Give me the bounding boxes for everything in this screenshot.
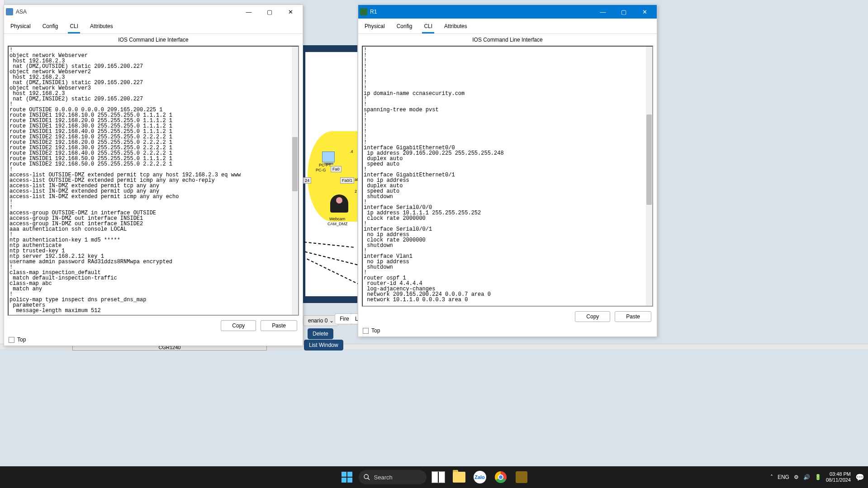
notifications-icon[interactable]: 💬 xyxy=(855,473,864,482)
chevron-down-icon: ⌄ xyxy=(329,317,334,324)
tab-attributes[interactable]: Attributes xyxy=(442,21,469,33)
r1-button-row: Copy Paste xyxy=(358,308,657,325)
language-indicator[interactable]: ENG xyxy=(778,474,789,480)
r1-title: R1 xyxy=(370,9,377,15)
book-icon xyxy=(432,471,445,483)
delete-button[interactable]: Delete xyxy=(308,328,333,339)
r1-cli-box[interactable]: ! ! ! ! ! ! ! ! ip domain-name ccnasecur… xyxy=(362,46,653,307)
asa-footer: Top xyxy=(4,334,303,346)
clock[interactable]: 03:48 PM 08/11/2024 xyxy=(826,471,851,483)
volume-icon[interactable]: 🔊 xyxy=(803,474,810,480)
label-webcam: Webcam xyxy=(329,217,345,221)
scenario-label: enario 0 xyxy=(308,317,327,324)
asa-title: ASA xyxy=(16,9,27,15)
label-pc-pt: PC-PT xyxy=(319,163,331,167)
label-2: 2 xyxy=(355,189,357,194)
zalo-icon: Zalo xyxy=(474,471,486,483)
maximize-button[interactable]: ▢ xyxy=(613,5,634,19)
taskbar-right: ˄ ENG ⚙ 🔊 🔋 03:48 PM 08/11/2024 💬 xyxy=(770,471,864,483)
close-button[interactable]: ✕ xyxy=(280,5,301,19)
folder-icon xyxy=(453,472,465,483)
svg-line-1 xyxy=(368,478,370,480)
taskbar-explorer[interactable] xyxy=(450,468,468,486)
r1-window: R1 — ▢ ✕ Physical Config CLI Attributes … xyxy=(358,5,657,337)
copy-button[interactable]: Copy xyxy=(221,320,256,331)
tab-physical[interactable]: Physical xyxy=(9,21,33,33)
scenario-dropdown[interactable]: enario 0 ⌄ xyxy=(303,315,339,326)
label-24: 24 xyxy=(303,177,311,184)
taskbar-packettracer[interactable] xyxy=(512,468,531,486)
r1-subtitle: IOS Command Line Interface xyxy=(358,34,657,46)
taskbar: Search Zalo ˄ ENG ⚙ 🔊 🔋 03:48 PM 08/11/2… xyxy=(0,466,868,488)
r1-titlebar[interactable]: R1 — ▢ ✕ xyxy=(358,5,657,19)
taskbar-chrome[interactable] xyxy=(492,468,510,486)
app-icon xyxy=(6,8,13,15)
asa-titlebar[interactable]: ASA — ▢ ✕ xyxy=(4,5,303,19)
tab-cli[interactable]: CLI xyxy=(68,21,80,33)
r1-tabs: Physical Config CLI Attributes xyxy=(358,19,657,34)
label-cam-dmz: CAM_DMZ xyxy=(327,222,348,226)
tray-chevron-icon[interactable]: ˄ xyxy=(770,474,773,480)
asa-scrollbar[interactable] xyxy=(292,47,298,315)
time: 03:48 PM xyxy=(826,471,851,477)
label-dot4: .4 xyxy=(350,149,353,154)
minimize-button[interactable]: — xyxy=(593,5,613,19)
taskbar-center: Search Zalo xyxy=(338,468,531,486)
top-checkbox[interactable] xyxy=(363,328,369,334)
copy-button[interactable]: Copy xyxy=(575,311,610,322)
asa-scroll-thumb[interactable] xyxy=(292,137,298,191)
search-box[interactable]: Search xyxy=(359,470,427,484)
label-fa01: Fa0/1 xyxy=(340,177,354,184)
tab-config[interactable]: Config xyxy=(395,21,414,33)
packettracer-icon xyxy=(516,471,527,483)
date: 08/11/2024 xyxy=(826,477,851,483)
tab-physical[interactable]: Physical xyxy=(363,21,387,33)
chrome-icon xyxy=(495,471,507,483)
paste-button[interactable]: Paste xyxy=(261,320,297,331)
r1-scrollbar[interactable] xyxy=(646,47,652,306)
asa-button-row: Copy Paste xyxy=(4,317,303,334)
asa-cli-text[interactable]: ! object network Webserver host 192.168.… xyxy=(9,47,298,314)
maximize-button[interactable]: ▢ xyxy=(259,5,280,19)
app-icon xyxy=(360,8,367,15)
asa-tabs: Physical Config CLI Attributes xyxy=(4,19,303,34)
r1-footer: Top xyxy=(358,325,657,336)
taskbar-book[interactable] xyxy=(429,468,447,486)
tab-attributes[interactable]: Attributes xyxy=(88,21,115,33)
taskbar-zalo[interactable]: Zalo xyxy=(471,468,489,486)
tab-config[interactable]: Config xyxy=(41,21,60,33)
close-button[interactable]: ✕ xyxy=(634,5,655,19)
search-icon xyxy=(363,474,370,481)
r1-cli-text[interactable]: ! ! ! ! ! ! ! ! ip domain-name ccnasecur… xyxy=(363,47,652,303)
top-label: Top xyxy=(371,327,380,334)
battery-icon[interactable]: 🔋 xyxy=(815,474,821,480)
list-window-button[interactable]: List Window xyxy=(304,340,343,351)
tab-cli[interactable]: CLI xyxy=(422,21,434,33)
paste-button[interactable]: Paste xyxy=(615,311,651,322)
top-checkbox[interactable] xyxy=(9,337,14,343)
r1-scroll-thumb[interactable] xyxy=(646,114,652,205)
windows-icon xyxy=(342,472,352,483)
top-label: Top xyxy=(17,336,26,343)
webcam-lens xyxy=(336,197,342,204)
start-button[interactable] xyxy=(338,468,356,486)
search-placeholder: Search xyxy=(374,474,393,481)
minimize-button[interactable]: — xyxy=(238,5,259,19)
label-pc-g: PC-G xyxy=(316,168,326,172)
svg-point-0 xyxy=(364,474,368,479)
pc-icon[interactable] xyxy=(322,152,335,162)
wifi-icon[interactable]: ⚙ xyxy=(794,474,799,480)
asa-subtitle: IOS Command Line Interface xyxy=(4,34,303,46)
asa-window: ASA — ▢ ✕ Physical Config CLI Attributes… xyxy=(4,5,303,346)
label-fa0: Fa0 xyxy=(331,166,342,172)
asa-cli-box[interactable]: ! object network Webserver host 192.168.… xyxy=(8,46,299,316)
